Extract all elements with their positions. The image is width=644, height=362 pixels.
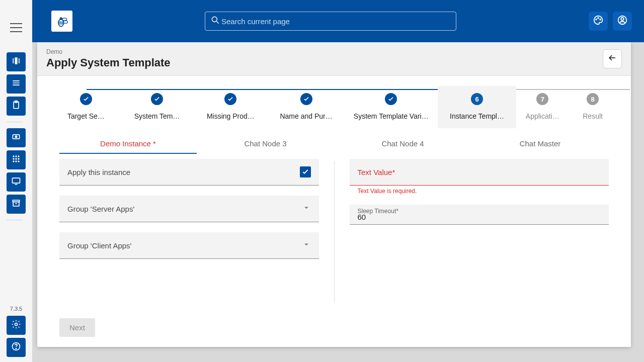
clipboard-icon (11, 100, 21, 112)
tab-chat-node-3[interactable]: Chat Node 3 (197, 133, 334, 154)
svg-point-16 (15, 323, 18, 326)
cloud-icon (11, 132, 21, 144)
chevron-down-icon (302, 203, 311, 214)
sidebar-help[interactable] (7, 338, 26, 357)
sidebar-cloud[interactable] (7, 128, 26, 147)
sidebar-version: 7.3.5 (10, 306, 22, 312)
step-8[interactable]: 8 Result (569, 86, 617, 128)
main-panel: Demo Apply System Template Target Se… (37, 42, 631, 347)
sidebar-clipboard[interactable] (7, 97, 26, 116)
group-server-apps-field[interactable]: Group 'Server Apps' (59, 196, 319, 222)
archive-icon (11, 198, 21, 210)
deploy-icon (11, 56, 21, 68)
sidebar: 7.3.5 (0, 0, 32, 362)
text-value-error: Text Value is required. (350, 188, 609, 195)
help-icon (11, 341, 21, 353)
svg-point-21 (62, 18, 67, 21)
apply-instance-field: Apply this instance (59, 159, 319, 186)
svg-point-23 (212, 17, 217, 22)
group-client-apps-field[interactable]: Group 'Client Apps' (59, 232, 319, 259)
svg-point-28 (621, 18, 624, 21)
step-3[interactable]: Missing Prod… (194, 86, 268, 128)
text-value-field[interactable]: Text Value* (350, 159, 609, 186)
svg-point-11 (15, 160, 17, 162)
form-area: Apply this instance Group 'Server Apps' (37, 154, 631, 313)
svg-point-4 (13, 155, 14, 157)
svg-point-25 (598, 18, 599, 19)
step-2[interactable]: System Tem… (121, 86, 194, 128)
sidebar-deploy[interactable] (7, 52, 26, 71)
user-icon (617, 15, 628, 28)
gear-icon (11, 319, 21, 331)
panel-header: Demo Apply System Template (37, 42, 631, 76)
tab-chat-node-4[interactable]: Chat Node 4 (334, 133, 471, 154)
svg-point-12 (18, 160, 19, 162)
sleep-timeout-field[interactable]: Sleep Timeout* 60 (350, 205, 609, 225)
sidebar-list[interactable] (7, 74, 26, 94)
search-input[interactable] (220, 17, 451, 26)
panel-footer: Next (37, 313, 631, 347)
page-title: Apply System Template (46, 56, 171, 69)
sidebar-archive[interactable] (7, 195, 26, 214)
tabs: Demo Instance * Chat Node 3 Chat Node 4 … (37, 133, 631, 154)
theme-button[interactable] (589, 12, 608, 31)
tab-demo-instance[interactable]: Demo Instance * (59, 133, 197, 154)
step-1[interactable]: Target Se… (51, 86, 121, 128)
svg-rect-15 (13, 202, 19, 206)
sidebar-monitor[interactable] (7, 172, 26, 192)
topbar (32, 0, 644, 42)
app-root: 7.3.5 (0, 0, 644, 362)
check-icon (301, 168, 309, 176)
step-5[interactable]: System Template Vari… (345, 86, 438, 128)
svg-rect-13 (13, 178, 20, 183)
svg-point-3 (15, 136, 17, 137)
sidebar-settings[interactable] (7, 316, 26, 335)
monitor-icon (11, 176, 21, 188)
palette-icon (593, 15, 604, 28)
form-right-column: Text Value* Text Value is required. Slee… (350, 159, 609, 313)
svg-point-8 (15, 158, 17, 159)
svg-rect-1 (15, 101, 18, 103)
apply-instance-label: Apply this instance (67, 168, 130, 176)
svg-point-10 (13, 160, 14, 162)
breadcrumb: Demo (46, 48, 171, 55)
svg-point-26 (600, 19, 601, 20)
tab-chat-master[interactable]: Chat Master (471, 133, 609, 154)
step-4[interactable]: Name and Pur… (268, 86, 345, 128)
apply-instance-checkbox[interactable] (300, 166, 311, 177)
hamburger-button[interactable] (10, 23, 22, 32)
step-7[interactable]: 7 Applicati… (516, 86, 569, 128)
sidebar-grid[interactable] (7, 150, 26, 169)
search-field[interactable] (205, 12, 456, 31)
stepper: Target Se… System Tem… Missing Prod… Nam… (51, 76, 617, 128)
bee-icon (55, 14, 69, 28)
search-icon (210, 15, 220, 27)
svg-point-20 (60, 17, 62, 20)
app-logo (51, 11, 72, 32)
chevron-down-icon (302, 240, 311, 251)
list-icon (11, 78, 21, 90)
arrow-left-icon (607, 53, 617, 65)
account-button[interactable] (613, 12, 632, 31)
next-button[interactable]: Next (59, 318, 95, 337)
back-button[interactable] (603, 49, 622, 68)
grid-icon (11, 154, 21, 166)
sidebar-separator (7, 122, 23, 122)
sidebar-separator-2 (7, 220, 23, 220)
svg-point-9 (18, 158, 19, 159)
column-divider (334, 161, 335, 303)
svg-point-6 (18, 155, 19, 157)
svg-point-5 (15, 155, 17, 157)
svg-point-7 (13, 158, 14, 159)
svg-point-24 (596, 19, 597, 20)
svg-point-18 (16, 348, 16, 349)
form-left-column: Apply this instance Group 'Server Apps' (59, 159, 319, 313)
step-6[interactable]: 6 Instance Templ… (438, 86, 517, 128)
